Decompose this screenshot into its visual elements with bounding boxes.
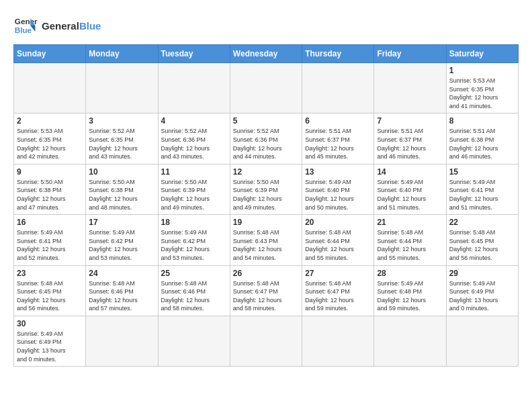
calendar-day-cell: 7Sunrise: 5:51 AM Sunset: 6:37 PM Daylig… — [374, 113, 446, 164]
day-number: 14 — [377, 167, 443, 177]
day-info: Sunrise: 5:49 AM Sunset: 6:42 PM Dayligh… — [89, 228, 154, 262]
calendar-day-cell — [158, 63, 230, 113]
calendar-day-header-friday: Friday — [374, 45, 446, 63]
calendar-day-header-thursday: Thursday — [302, 45, 374, 63]
day-number: 13 — [305, 167, 371, 177]
calendar-day-cell — [86, 63, 158, 113]
calendar-day-cell: 28Sunrise: 5:49 AM Sunset: 6:48 PM Dayli… — [374, 265, 446, 316]
logo-general-text: GeneralBlue — [42, 20, 101, 32]
day-number: 17 — [89, 218, 154, 227]
day-number: 25 — [161, 269, 227, 278]
logo-icon: General Blue — [13, 13, 38, 38]
calendar-week-row: 30Sunrise: 5:49 AM Sunset: 6:49 PM Dayli… — [14, 316, 519, 366]
calendar-day-cell: 2Sunrise: 5:53 AM Sunset: 6:35 PM Daylig… — [14, 113, 86, 164]
calendar-day-cell — [374, 316, 446, 366]
day-number: 21 — [377, 218, 443, 227]
calendar-day-cell: 19Sunrise: 5:48 AM Sunset: 6:43 PM Dayli… — [230, 215, 302, 265]
day-info: Sunrise: 5:48 AM Sunset: 6:45 PM Dayligh… — [449, 228, 515, 262]
calendar-day-cell: 11Sunrise: 5:50 AM Sunset: 6:39 PM Dayli… — [158, 164, 230, 214]
day-number: 20 — [305, 218, 371, 227]
day-info: Sunrise: 5:48 AM Sunset: 6:46 PM Dayligh… — [89, 279, 154, 313]
calendar-week-row: 16Sunrise: 5:49 AM Sunset: 6:41 PM Dayli… — [14, 215, 519, 265]
day-info: Sunrise: 5:48 AM Sunset: 6:46 PM Dayligh… — [161, 279, 227, 313]
calendar-day-cell: 14Sunrise: 5:49 AM Sunset: 6:40 PM Dayli… — [374, 164, 446, 214]
calendar-day-cell: 12Sunrise: 5:50 AM Sunset: 6:39 PM Dayli… — [230, 164, 302, 214]
day-info: Sunrise: 5:49 AM Sunset: 6:40 PM Dayligh… — [305, 178, 371, 212]
calendar-day-cell — [14, 63, 86, 113]
calendar-day-cell — [302, 316, 374, 366]
day-info: Sunrise: 5:51 AM Sunset: 6:38 PM Dayligh… — [449, 127, 515, 161]
day-number: 26 — [233, 269, 299, 278]
day-info: Sunrise: 5:50 AM Sunset: 6:38 PM Dayligh… — [17, 178, 83, 212]
calendar-day-cell: 8Sunrise: 5:51 AM Sunset: 6:38 PM Daylig… — [446, 113, 518, 164]
page-header: General Blue GeneralBlue — [13, 13, 519, 38]
day-number: 7 — [377, 116, 443, 126]
day-number: 2 — [17, 116, 83, 126]
calendar-day-cell: 13Sunrise: 5:49 AM Sunset: 6:40 PM Dayli… — [302, 164, 374, 214]
calendar-day-header-monday: Monday — [86, 45, 158, 63]
day-number: 22 — [449, 218, 515, 227]
calendar-day-cell: 21Sunrise: 5:48 AM Sunset: 6:44 PM Dayli… — [374, 215, 446, 265]
day-info: Sunrise: 5:49 AM Sunset: 6:42 PM Dayligh… — [161, 228, 227, 262]
calendar-table: SundayMondayTuesdayWednesdayThursdayFrid… — [13, 44, 519, 367]
day-number: 4 — [161, 116, 227, 126]
day-info: Sunrise: 5:53 AM Sunset: 6:35 PM Dayligh… — [449, 77, 515, 110]
day-info: Sunrise: 5:48 AM Sunset: 6:43 PM Dayligh… — [233, 228, 299, 262]
day-number: 3 — [89, 116, 154, 126]
calendar-day-cell: 25Sunrise: 5:48 AM Sunset: 6:46 PM Dayli… — [158, 265, 230, 316]
calendar-day-cell: 15Sunrise: 5:49 AM Sunset: 6:41 PM Dayli… — [446, 164, 518, 214]
day-info: Sunrise: 5:48 AM Sunset: 6:47 PM Dayligh… — [233, 279, 299, 313]
day-number: 1 — [449, 66, 515, 75]
day-info: Sunrise: 5:53 AM Sunset: 6:35 PM Dayligh… — [17, 127, 83, 161]
day-info: Sunrise: 5:49 AM Sunset: 6:41 PM Dayligh… — [449, 178, 515, 212]
day-number: 5 — [233, 116, 299, 126]
day-info: Sunrise: 5:49 AM Sunset: 6:40 PM Dayligh… — [377, 178, 443, 212]
day-info: Sunrise: 5:50 AM Sunset: 6:38 PM Dayligh… — [89, 178, 154, 212]
calendar-week-row: 23Sunrise: 5:48 AM Sunset: 6:45 PM Dayli… — [14, 265, 519, 316]
day-info: Sunrise: 5:51 AM Sunset: 6:37 PM Dayligh… — [377, 127, 443, 161]
logo: General Blue GeneralBlue — [13, 13, 101, 38]
calendar-day-cell: 4Sunrise: 5:52 AM Sunset: 6:36 PM Daylig… — [158, 113, 230, 164]
calendar-day-cell — [230, 316, 302, 366]
calendar-day-cell: 3Sunrise: 5:52 AM Sunset: 6:35 PM Daylig… — [86, 113, 158, 164]
calendar-day-cell: 29Sunrise: 5:49 AM Sunset: 6:49 PM Dayli… — [446, 265, 518, 316]
day-info: Sunrise: 5:48 AM Sunset: 6:45 PM Dayligh… — [17, 279, 83, 313]
day-info: Sunrise: 5:48 AM Sunset: 6:47 PM Dayligh… — [305, 279, 371, 313]
day-info: Sunrise: 5:49 AM Sunset: 6:49 PM Dayligh… — [17, 330, 83, 363]
calendar-week-row: 9Sunrise: 5:50 AM Sunset: 6:38 PM Daylig… — [14, 164, 519, 214]
day-info: Sunrise: 5:50 AM Sunset: 6:39 PM Dayligh… — [233, 178, 299, 212]
day-number: 11 — [161, 167, 227, 177]
calendar-day-cell — [86, 316, 158, 366]
calendar-day-cell — [302, 63, 374, 113]
day-number: 28 — [377, 269, 443, 278]
day-number: 23 — [17, 269, 83, 278]
calendar-day-cell: 20Sunrise: 5:48 AM Sunset: 6:44 PM Dayli… — [302, 215, 374, 265]
calendar-day-cell: 18Sunrise: 5:49 AM Sunset: 6:42 PM Dayli… — [158, 215, 230, 265]
calendar-day-cell: 6Sunrise: 5:51 AM Sunset: 6:37 PM Daylig… — [302, 113, 374, 164]
calendar-week-row: 1Sunrise: 5:53 AM Sunset: 6:35 PM Daylig… — [14, 63, 519, 113]
calendar-day-cell: 9Sunrise: 5:50 AM Sunset: 6:38 PM Daylig… — [14, 164, 86, 214]
calendar-day-cell: 27Sunrise: 5:48 AM Sunset: 6:47 PM Dayli… — [302, 265, 374, 316]
day-info: Sunrise: 5:49 AM Sunset: 6:49 PM Dayligh… — [449, 279, 515, 313]
calendar-day-cell: 10Sunrise: 5:50 AM Sunset: 6:38 PM Dayli… — [86, 164, 158, 214]
day-info: Sunrise: 5:52 AM Sunset: 6:36 PM Dayligh… — [161, 127, 227, 161]
day-number: 18 — [161, 218, 227, 227]
calendar-day-header-saturday: Saturday — [446, 45, 518, 63]
calendar-day-cell: 26Sunrise: 5:48 AM Sunset: 6:47 PM Dayli… — [230, 265, 302, 316]
day-info: Sunrise: 5:51 AM Sunset: 6:37 PM Dayligh… — [305, 127, 371, 161]
day-info: Sunrise: 5:50 AM Sunset: 6:39 PM Dayligh… — [161, 178, 227, 212]
calendar-day-cell — [446, 316, 518, 366]
calendar-day-cell: 5Sunrise: 5:52 AM Sunset: 6:36 PM Daylig… — [230, 113, 302, 164]
day-number: 19 — [233, 218, 299, 227]
day-number: 15 — [449, 167, 515, 177]
day-number: 16 — [17, 218, 83, 227]
day-number: 8 — [449, 116, 515, 126]
svg-text:Blue: Blue — [15, 26, 32, 34]
calendar-day-cell — [230, 63, 302, 113]
calendar-day-cell — [158, 316, 230, 366]
day-number: 30 — [17, 319, 83, 328]
calendar-week-row: 2Sunrise: 5:53 AM Sunset: 6:35 PM Daylig… — [14, 113, 519, 164]
calendar-day-header-wednesday: Wednesday — [230, 45, 302, 63]
day-number: 9 — [17, 167, 83, 177]
calendar-day-cell: 23Sunrise: 5:48 AM Sunset: 6:45 PM Dayli… — [14, 265, 86, 316]
